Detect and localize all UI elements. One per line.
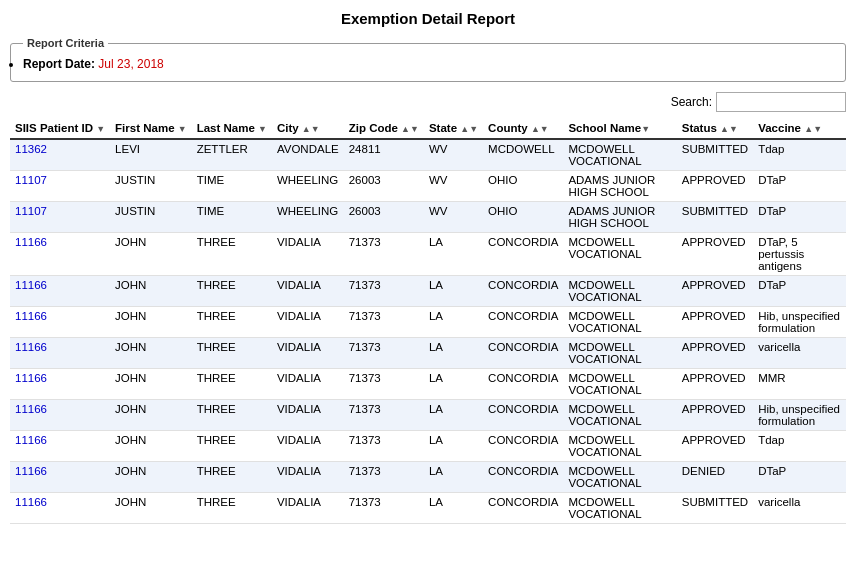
patient-id-link[interactable]: 11166 <box>15 341 47 353</box>
cell-vaccine: Tdap <box>753 139 846 171</box>
cell-zip-code: 24811 <box>344 139 424 171</box>
report-criteria-box: Report Criteria Report Date: Jul 23, 201… <box>10 37 846 82</box>
cell-school-name: ADAMS JUNIOR HIGH SCHOOL <box>563 171 676 202</box>
cell-vaccine: MMR <box>753 369 846 400</box>
cell-county: OHIO <box>483 171 563 202</box>
cell-zip-code: 26003 <box>344 171 424 202</box>
cell-school-name: MCDOWELL VOCATIONAL <box>563 369 676 400</box>
cell-zip-code: 71373 <box>344 233 424 276</box>
cell-county: CONCORDIA <box>483 400 563 431</box>
cell-first-name: JOHN <box>110 369 192 400</box>
cell-patient-id: 11107 <box>10 202 110 233</box>
patient-id-link[interactable]: 11166 <box>15 403 47 415</box>
col-first-name[interactable]: First Name ▼ <box>110 118 192 139</box>
cell-last-name: THREE <box>192 233 272 276</box>
cell-status: APPROVED <box>677 338 753 369</box>
table-row: 11362LEVIZETTLERAVONDALE24811WVMCDOWELLM… <box>10 139 846 171</box>
patient-id-link[interactable]: 11166 <box>15 279 47 291</box>
patient-id-link[interactable]: 11166 <box>15 236 47 248</box>
col-zip-code[interactable]: Zip Code ▲▼ <box>344 118 424 139</box>
cell-vaccine: DTaP <box>753 276 846 307</box>
patient-id-link[interactable]: 11362 <box>15 143 47 155</box>
patient-id-link[interactable]: 11107 <box>15 174 47 186</box>
page-title: Exemption Detail Report <box>10 10 846 27</box>
cell-school-name: ADAMS JUNIOR HIGH SCHOOL <box>563 202 676 233</box>
cell-first-name: JOHN <box>110 400 192 431</box>
report-date-item: Report Date: Jul 23, 2018 <box>23 57 833 71</box>
cell-state: WV <box>424 202 483 233</box>
sort-arrow-school: ▼ <box>641 124 650 134</box>
table-row: 11166JOHNTHREEVIDALIA71373LACONCORDIAMCD… <box>10 307 846 338</box>
cell-county: CONCORDIA <box>483 233 563 276</box>
table-row: 11166JOHNTHREEVIDALIA71373LACONCORDIAMCD… <box>10 276 846 307</box>
cell-state: WV <box>424 171 483 202</box>
cell-last-name: THREE <box>192 307 272 338</box>
cell-school-name: MCDOWELL VOCATIONAL <box>563 338 676 369</box>
cell-last-name: THREE <box>192 276 272 307</box>
cell-status: DENIED <box>677 462 753 493</box>
table-header-row: SIIS Patient ID ▼ First Name ▼ Last Name… <box>10 118 846 139</box>
search-input[interactable] <box>716 92 846 112</box>
cell-patient-id: 11166 <box>10 400 110 431</box>
cell-state: LA <box>424 233 483 276</box>
cell-county: CONCORDIA <box>483 369 563 400</box>
cell-first-name: JOHN <box>110 307 192 338</box>
cell-vaccine: DTaP <box>753 462 846 493</box>
table-row: 11166JOHNTHREEVIDALIA71373LACONCORDIAMCD… <box>10 369 846 400</box>
cell-last-name: TIME <box>192 171 272 202</box>
cell-patient-id: 11362 <box>10 139 110 171</box>
cell-school-name: MCDOWELL VOCATIONAL <box>563 462 676 493</box>
col-city[interactable]: City ▲▼ <box>272 118 344 139</box>
cell-status: SUBMITTED <box>677 139 753 171</box>
patient-id-link[interactable]: 11166 <box>15 434 47 446</box>
cell-last-name: THREE <box>192 493 272 524</box>
cell-state: LA <box>424 276 483 307</box>
cell-school-name: MCDOWELL VOCATIONAL <box>563 276 676 307</box>
cell-zip-code: 71373 <box>344 462 424 493</box>
sort-arrow-first-name: ▼ <box>178 124 187 134</box>
col-status[interactable]: Status ▲▼ <box>677 118 753 139</box>
sort-arrow-state: ▲▼ <box>460 124 478 134</box>
patient-id-link[interactable]: 11166 <box>15 465 47 477</box>
table-row: 11107JUSTINTIMEWHEELING26003WVOHIOADAMS … <box>10 171 846 202</box>
cell-county: MCDOWELL <box>483 139 563 171</box>
cell-last-name: TIME <box>192 202 272 233</box>
cell-city: VIDALIA <box>272 400 344 431</box>
col-county[interactable]: County ▲▼ <box>483 118 563 139</box>
patient-id-link[interactable]: 11166 <box>15 310 47 322</box>
cell-first-name: JUSTIN <box>110 202 192 233</box>
cell-school-name: MCDOWELL VOCATIONAL <box>563 431 676 462</box>
cell-patient-id: 11166 <box>10 369 110 400</box>
cell-city: VIDALIA <box>272 233 344 276</box>
cell-zip-code: 71373 <box>344 493 424 524</box>
cell-county: CONCORDIA <box>483 431 563 462</box>
col-state[interactable]: State ▲▼ <box>424 118 483 139</box>
col-last-name[interactable]: Last Name ▼ <box>192 118 272 139</box>
col-vaccine[interactable]: Vaccine ▲▼ <box>753 118 846 139</box>
sort-arrow-vaccine: ▲▼ <box>804 124 822 134</box>
patient-id-link[interactable]: 11166 <box>15 372 47 384</box>
sort-arrow-county: ▲▼ <box>531 124 549 134</box>
table-row: 11166JOHNTHREEVIDALIA71373LACONCORDIAMCD… <box>10 431 846 462</box>
cell-city: VIDALIA <box>272 462 344 493</box>
cell-county: CONCORDIA <box>483 462 563 493</box>
patient-id-link[interactable]: 11107 <box>15 205 47 217</box>
cell-status: APPROVED <box>677 400 753 431</box>
col-siis-patient-id[interactable]: SIIS Patient ID ▼ <box>10 118 110 139</box>
cell-patient-id: 11166 <box>10 431 110 462</box>
cell-last-name: THREE <box>192 369 272 400</box>
cell-first-name: JOHN <box>110 276 192 307</box>
cell-state: LA <box>424 400 483 431</box>
cell-patient-id: 11166 <box>10 493 110 524</box>
table-row: 11166JOHNTHREEVIDALIA71373LACONCORDIAMCD… <box>10 462 846 493</box>
cell-city: AVONDALE <box>272 139 344 171</box>
cell-city: VIDALIA <box>272 493 344 524</box>
cell-status: SUBMITTED <box>677 202 753 233</box>
cell-zip-code: 71373 <box>344 400 424 431</box>
cell-first-name: JOHN <box>110 233 192 276</box>
col-school-name[interactable]: School Name▼ <box>563 118 676 139</box>
patient-id-link[interactable]: 11166 <box>15 496 47 508</box>
cell-county: CONCORDIA <box>483 493 563 524</box>
sort-arrow-last-name: ▼ <box>258 124 267 134</box>
cell-city: VIDALIA <box>272 338 344 369</box>
